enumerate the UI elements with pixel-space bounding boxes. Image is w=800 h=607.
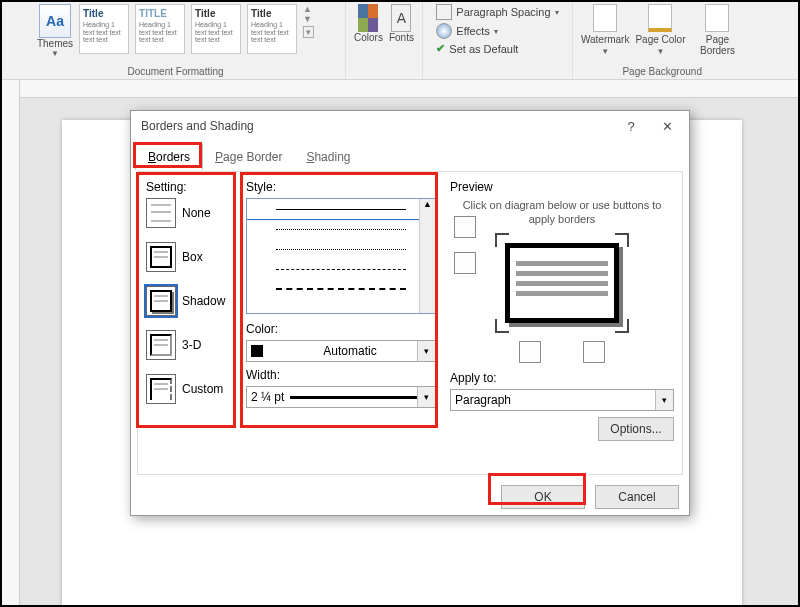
watermark-icon <box>593 4 617 32</box>
themes-label: Themes <box>37 38 73 49</box>
ribbon-group-colors-fonts: Colors A Fonts <box>346 2 423 79</box>
check-icon: ✔ <box>436 42 445 55</box>
ribbon-group-formatting: Aa Themes ▼ TitleHeading 1text text text… <box>6 2 346 79</box>
horizontal-ruler[interactable] <box>20 80 798 98</box>
highlight-style-box <box>240 172 438 428</box>
page-color-button[interactable]: Page Color▼ <box>635 4 685 56</box>
cancel-button[interactable]: Cancel <box>595 485 679 509</box>
dialog-tab-strip: Borders Page Border Shading <box>131 141 689 169</box>
page-borders-button[interactable]: Page Borders <box>691 4 743 56</box>
effects-icon <box>436 23 452 39</box>
chevron-down-icon: ▾ <box>655 390 673 410</box>
preview-hint: Click on diagram below or use buttons to… <box>450 198 674 227</box>
fonts-button[interactable]: A Fonts <box>389 4 414 43</box>
ribbon: Aa Themes ▼ TitleHeading 1text text text… <box>2 2 798 80</box>
style-gallery-more[interactable]: ▲▼▾ <box>303 4 314 38</box>
page-color-icon <box>648 4 672 32</box>
chevron-down-icon: ▼ <box>51 49 59 58</box>
highlight-setting-box <box>136 172 236 428</box>
preview-label: Preview <box>450 180 674 194</box>
tab-page-border[interactable]: Page Border <box>203 145 294 169</box>
vertical-ruler[interactable] <box>2 80 20 605</box>
effects-button[interactable]: Effects▾ <box>436 23 558 39</box>
ribbon-group-spacing: Paragraph Spacing▾ Effects▾ ✔Set as Defa… <box>423 2 573 79</box>
tab-shading[interactable]: Shading <box>294 145 362 169</box>
group-label: Document Formatting <box>127 66 223 79</box>
page-borders-icon <box>705 4 729 32</box>
preview-diagram[interactable] <box>497 235 627 331</box>
watermark-button[interactable]: Watermark▼ <box>581 4 630 56</box>
border-left-toggle[interactable] <box>519 341 541 363</box>
border-right-toggle[interactable] <box>583 341 605 363</box>
colors-button[interactable]: Colors <box>354 4 383 43</box>
options-button[interactable]: Options... <box>598 417 674 441</box>
themes-button[interactable]: Aa Themes ▼ <box>37 4 73 58</box>
border-top-toggle[interactable] <box>454 216 476 238</box>
highlight-borders-tab <box>133 142 202 168</box>
highlight-ok-box <box>488 473 586 505</box>
apply-to-value: Paragraph <box>455 393 511 407</box>
dialog-title: Borders and Shading <box>141 119 254 133</box>
border-bottom-toggle[interactable] <box>454 252 476 274</box>
paragraph-spacing-icon <box>436 4 452 20</box>
doc-style-thumb[interactable]: TITLEHeading 1text text texttext text <box>135 4 185 54</box>
set-default-button[interactable]: ✔Set as Default <box>436 42 558 55</box>
paragraph-spacing-button[interactable]: Paragraph Spacing▾ <box>436 4 558 20</box>
dialog-help-button[interactable]: ? <box>613 114 649 138</box>
doc-style-thumb[interactable]: TitleHeading 1text text texttext text <box>191 4 241 54</box>
doc-style-thumb[interactable]: TitleHeading 1text text texttext text <box>79 4 129 54</box>
apply-to-label: Apply to: <box>450 371 674 385</box>
themes-icon: Aa <box>39 4 71 38</box>
doc-style-thumb[interactable]: TitleHeading 1text text texttext text <box>247 4 297 54</box>
apply-to-combo[interactable]: Paragraph ▾ <box>450 389 674 411</box>
dialog-titlebar[interactable]: Borders and Shading ? ✕ <box>131 111 689 141</box>
dialog-close-button[interactable]: ✕ <box>649 114 685 138</box>
preview-column: Preview Click on diagram below or use bu… <box>444 180 674 466</box>
ribbon-group-page-background: Watermark▼ Page Color▼ Page Borders Page… <box>573 2 752 79</box>
